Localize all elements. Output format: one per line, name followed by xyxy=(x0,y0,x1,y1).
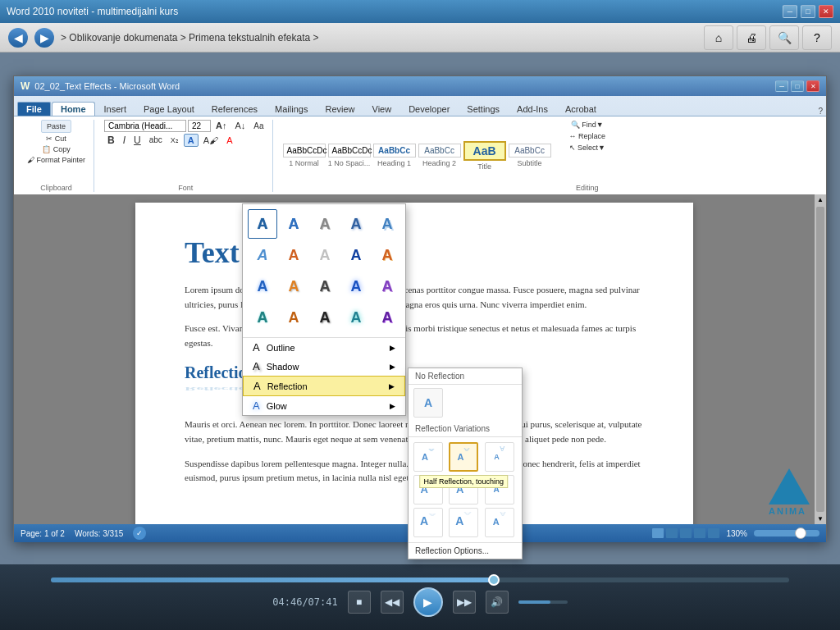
proofing-icon[interactable]: ✓ xyxy=(133,527,146,540)
effect-orange-dark[interactable]: A xyxy=(279,303,308,332)
effect-gray-outline[interactable]: A xyxy=(310,209,340,239)
forward-button[interactable]: ▶▶ xyxy=(453,591,476,614)
font-family-input[interactable] xyxy=(104,120,186,132)
font-shrink-button[interactable]: A↓ xyxy=(231,120,249,131)
style-heading2[interactable]: AaBbCc Heading 2 xyxy=(418,144,461,167)
effect-blue-gradient[interactable]: A xyxy=(279,209,308,239)
font-grow-button[interactable]: A↑ xyxy=(212,120,230,131)
find-button[interactable]: 🔍 Find▼ xyxy=(568,120,607,130)
play-button[interactable]: ▶ xyxy=(413,587,443,617)
outline-menu-item[interactable]: A Outline ▶ xyxy=(243,338,405,357)
effect-orange-3d[interactable]: A xyxy=(372,240,402,270)
effect-teal-outline[interactable]: A xyxy=(248,303,277,332)
tab-view[interactable]: View xyxy=(364,103,400,116)
tab-developer[interactable]: Developer xyxy=(400,103,458,116)
reflection-full-touching[interactable]: A A xyxy=(485,442,514,472)
subscript-button[interactable]: X₂ xyxy=(167,135,182,145)
effect-gray-solid[interactable]: A xyxy=(310,240,340,270)
reflection-full-far[interactable]: A A xyxy=(485,508,514,537)
print-button[interactable]: 🖨 xyxy=(737,25,766,50)
effect-blue-medium[interactable]: A xyxy=(248,272,277,301)
effect-purple-3d[interactable]: A xyxy=(372,272,402,301)
highlight-button[interactable]: A🖌 xyxy=(200,135,221,146)
style-subtitle[interactable]: AaBbCc Subtitle xyxy=(509,144,551,167)
effect-blue-shadow[interactable]: A xyxy=(341,209,371,239)
view-outline-button[interactable] xyxy=(694,528,705,538)
volume-slider[interactable] xyxy=(518,600,568,604)
zoom-slider[interactable] xyxy=(754,530,819,536)
effect-teal-glow[interactable]: A xyxy=(341,303,371,332)
reflection-half-far[interactable]: A A xyxy=(449,508,478,537)
effect-blue-light[interactable]: A xyxy=(248,240,277,270)
minimize-button[interactable]: ─ xyxy=(783,5,797,18)
close-button[interactable]: ✕ xyxy=(819,5,833,18)
bold-button[interactable]: B xyxy=(104,134,118,147)
back-button[interactable]: ◀ xyxy=(8,28,28,48)
reflection-menu-item[interactable]: A Reflection ▶ xyxy=(243,376,405,396)
tab-review[interactable]: Review xyxy=(317,103,363,116)
rewind-button[interactable]: ◀◀ xyxy=(381,591,404,614)
effect-blue-3d[interactable]: A xyxy=(372,209,402,239)
tab-mailings[interactable]: Mailings xyxy=(267,103,316,116)
tab-settings[interactable]: Settings xyxy=(459,103,508,116)
volume-button[interactable]: 🔊 xyxy=(486,591,509,614)
reflection-options-button[interactable]: Reflection Options... xyxy=(409,542,522,559)
effect-blue-outline[interactable]: A xyxy=(248,209,277,239)
search-button[interactable]: 🔍 xyxy=(769,25,799,50)
forward-button[interactable]: ▶ xyxy=(34,28,54,48)
format-painter-button[interactable]: 🖌 Format Painter xyxy=(24,155,89,165)
maximize-button[interactable]: □ xyxy=(801,5,815,18)
scroll-thumb[interactable] xyxy=(816,207,824,512)
reflection-half-touching[interactable]: A A Half Reflection, touching xyxy=(449,442,478,472)
help-button[interactable]: ? xyxy=(802,25,832,50)
style-normal[interactable]: AaBbCcDc 1 Normal xyxy=(283,144,326,167)
italic-button[interactable]: I xyxy=(120,134,129,147)
effect-purple-dark[interactable]: A xyxy=(372,303,402,332)
glow-menu-item[interactable]: A Glow ▶ xyxy=(243,396,405,415)
select-button[interactable]: ↖ Select▼ xyxy=(566,143,609,153)
style-title-selected[interactable]: AaB Title xyxy=(463,141,506,171)
effect-black-bold[interactable]: A xyxy=(310,303,340,332)
view-full-button[interactable] xyxy=(666,528,678,538)
shadow-menu-item[interactable]: A Shadow ▶ xyxy=(243,357,405,376)
text-effects-button[interactable]: A xyxy=(184,134,199,147)
effect-blue-glow[interactable]: A xyxy=(341,272,371,301)
view-print-button[interactable] xyxy=(652,528,664,538)
no-reflection-cell[interactable]: A xyxy=(413,388,443,418)
word-close-button[interactable]: ✕ xyxy=(806,80,819,92)
strikethrough-button[interactable]: abc xyxy=(146,135,166,145)
tab-page-layout[interactable]: Page Layout xyxy=(135,103,203,116)
view-web-button[interactable] xyxy=(680,528,692,538)
scroll-down-button[interactable]: ▼ xyxy=(815,514,825,524)
underline-button[interactable]: U xyxy=(130,134,144,147)
tab-acrobat[interactable]: Acrobat xyxy=(557,103,605,116)
word-minimize-button[interactable]: ─ xyxy=(775,80,788,92)
stop-button[interactable]: ■ xyxy=(348,591,371,614)
tab-add-ins[interactable]: Add-Ins xyxy=(509,103,556,116)
reflection-tight-touching[interactable]: A A xyxy=(413,442,443,472)
tab-insert[interactable]: Insert xyxy=(96,103,135,116)
copy-button[interactable]: 📋 Copy xyxy=(39,144,74,154)
tab-file[interactable]: File xyxy=(17,102,51,116)
ribbon-help-icon[interactable]: ? xyxy=(818,107,823,116)
tab-home[interactable]: Home xyxy=(52,102,95,116)
vertical-scrollbar[interactable]: ▲ ▼ xyxy=(815,194,826,524)
effect-blue-dark[interactable]: A xyxy=(341,240,371,270)
font-color-button[interactable]: A xyxy=(223,135,235,146)
replace-button[interactable]: ↔ Replace xyxy=(566,131,609,141)
style-heading1[interactable]: AaBbCc Heading 1 xyxy=(373,144,416,167)
effect-black-solid[interactable]: A xyxy=(310,272,340,301)
reflection-tight-far[interactable]: A A xyxy=(413,508,443,537)
style-no-spacing[interactable]: AaBbCcDc 1 No Spaci... xyxy=(328,144,371,167)
home-button[interactable]: ⌂ xyxy=(704,25,733,50)
font-size-input[interactable] xyxy=(188,120,211,132)
paste-button[interactable]: Paste xyxy=(41,120,71,133)
cut-button[interactable]: ✂ Cut xyxy=(43,134,70,144)
effect-orange-solid[interactable]: A xyxy=(279,272,308,301)
effect-orange-gradient[interactable]: A xyxy=(279,240,308,270)
tab-references[interactable]: References xyxy=(203,103,266,116)
view-draft-button[interactable] xyxy=(708,528,719,538)
scroll-up-button[interactable]: ▲ xyxy=(815,194,825,205)
clear-formatting-button[interactable]: Aa xyxy=(250,121,267,131)
progress-bar[interactable] xyxy=(51,578,789,582)
